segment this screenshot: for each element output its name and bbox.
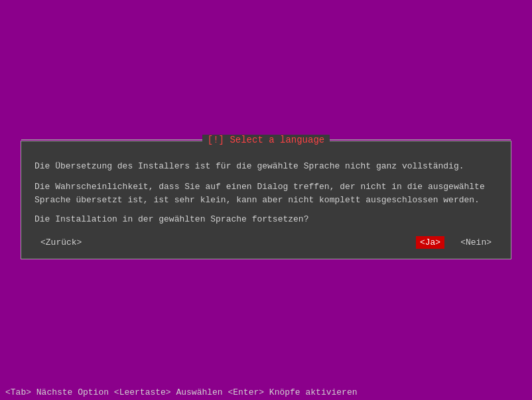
- dialog-question: Die Installation in der gewählten Sprach…: [34, 214, 498, 224]
- back-button[interactable]: <Zurück>: [38, 236, 84, 249]
- dialog-title-bar: [!] Select a language: [21, 135, 511, 145]
- dialog-buttons: <Zurück> <Ja> <Nein>: [34, 236, 498, 249]
- ja-button[interactable]: <Ja>: [416, 236, 444, 249]
- dialog-box: [!] Select a language Die Übersetzung de…: [21, 141, 511, 260]
- dialog-content: Die Übersetzung des Installers ist für d…: [21, 147, 511, 259]
- dialog-text-2: Die Wahrscheinlichkeit, dass Sie auf ein…: [34, 180, 498, 206]
- title-line-right: [330, 139, 511, 140]
- title-line-left: [21, 139, 202, 140]
- dialog-title: [!] Select a language: [202, 135, 330, 145]
- confirm-buttons: <Ja> <Nein>: [416, 236, 494, 249]
- nein-button[interactable]: <Nein>: [458, 236, 494, 249]
- status-bar: <Tab> Nächste Option <Leertaste> Auswähl…: [0, 385, 532, 400]
- dialog-text-1: Die Übersetzung des Installers ist für d…: [34, 160, 498, 173]
